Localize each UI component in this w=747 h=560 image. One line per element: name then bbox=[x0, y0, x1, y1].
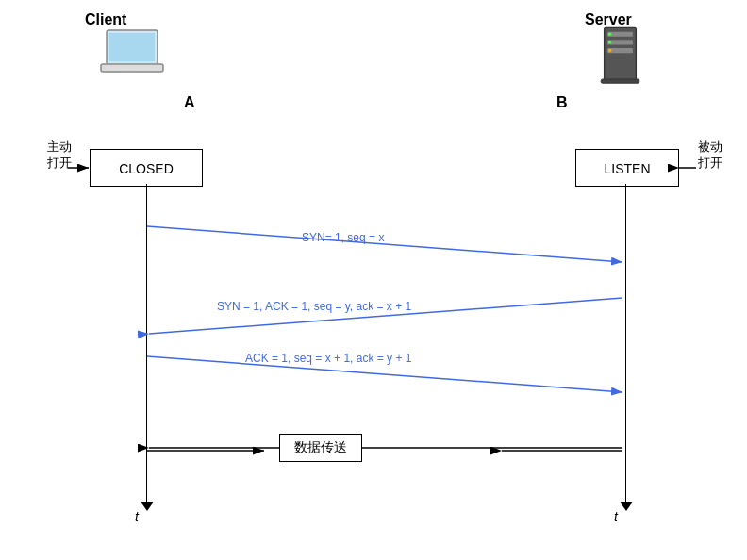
svg-point-10 bbox=[608, 49, 611, 52]
diagram-container: Client Server A B 主动打开 被动打开 CLOSE bbox=[0, 0, 747, 560]
svg-point-8 bbox=[608, 33, 611, 36]
listen-state-box: LISTEN bbox=[575, 149, 679, 187]
passive-open-label: 被动打开 bbox=[698, 140, 722, 172]
syn-message-label: SYN= 1, seq = x bbox=[302, 231, 384, 244]
timeline-right-arrow bbox=[620, 502, 633, 511]
t-label-right: t bbox=[614, 509, 618, 524]
t-label-left: t bbox=[135, 509, 139, 524]
client-label: Client bbox=[85, 11, 126, 28]
syn-arrow bbox=[147, 226, 622, 262]
svg-point-9 bbox=[608, 41, 611, 43]
closed-state-box: CLOSED bbox=[90, 149, 203, 187]
timeline-left bbox=[146, 184, 147, 504]
data-transfer-box: 数据传送 bbox=[279, 434, 362, 462]
server-icon bbox=[594, 24, 646, 85]
label-b: B bbox=[556, 94, 568, 111]
timeline-left-arrow bbox=[141, 502, 154, 511]
active-open-label: 主动打开 bbox=[47, 140, 72, 172]
synack-message-label: SYN = 1, ACK = 1, seq = y, ack = x + 1 bbox=[217, 300, 411, 313]
svg-rect-11 bbox=[601, 79, 639, 83]
svg-rect-2 bbox=[101, 64, 163, 72]
laptop-icon bbox=[99, 28, 165, 80]
timeline-right bbox=[625, 184, 626, 504]
label-a: A bbox=[184, 94, 195, 111]
ack-message-label: ACK = 1, seq = x + 1, ack = y + 1 bbox=[245, 352, 411, 365]
svg-rect-1 bbox=[109, 33, 155, 61]
